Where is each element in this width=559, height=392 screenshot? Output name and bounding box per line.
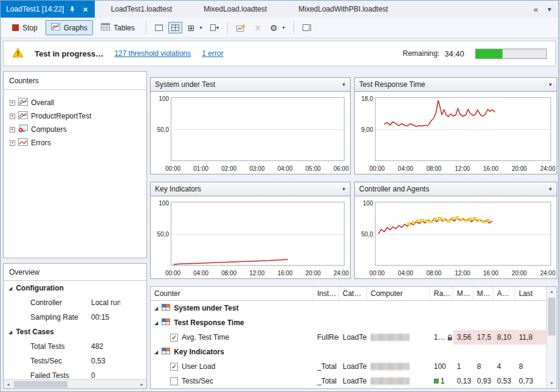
tree-item-overall[interactable]: + Overall [4, 96, 146, 109]
chevron-down-icon[interactable]: ▾ [549, 81, 557, 88]
graph-selector[interactable]: Test Response Time ▾ [355, 78, 557, 92]
scroll-up-icon[interactable]: ▲ [547, 287, 557, 297]
scrollbar-thumb[interactable] [548, 298, 555, 335]
tab-mixedload-file[interactable]: MixedLoad.loadtest [188, 1, 283, 18]
panel-grid-dropdown-button[interactable]: ⊞ ▾ [185, 21, 205, 35]
column-header-min[interactable]: M… [453, 287, 473, 300]
overview-group-test-cases[interactable]: ◢ Test Cases [4, 325, 146, 339]
single-panel-layout-button[interactable] [152, 22, 166, 33]
overview-row-controller[interactable]: Controller Local run [4, 295, 146, 310]
expand-icon[interactable]: + [10, 114, 15, 119]
scroll-right-icon[interactable]: ► [137, 382, 146, 387]
expanded-icon[interactable]: ◢ [154, 306, 158, 311]
expand-icon[interactable]: + [10, 127, 15, 132]
table-row-avg-test-time[interactable]: ✓ Avg. Test Time FullReq LoadTest 1… 3,5… [151, 330, 557, 345]
collapse-tabs-icon[interactable]: « [533, 5, 538, 14]
load-test-window: LoadTest1 [14:22] × LoadTest1.loadtest M… [0, 0, 559, 392]
scroll-left-icon[interactable]: ◄ [4, 382, 13, 387]
cell-instance: FullReq [314, 330, 339, 345]
tree-item-errors[interactable]: + Errors [4, 136, 146, 150]
expanded-icon[interactable]: ◢ [9, 329, 12, 335]
column-header-range[interactable]: Ra… [430, 287, 453, 300]
panel-grid-icon: ⊞ [188, 24, 195, 32]
graph-selector[interactable]: Key Indicators ▾ [151, 182, 350, 196]
column-header-avg[interactable]: A… [493, 287, 515, 300]
close-icon[interactable]: × [81, 4, 89, 14]
redacted-computer-name [371, 377, 410, 385]
table-group-system-under-test[interactable]: ◢ System under Test [151, 301, 557, 315]
tab-loadtest1-running[interactable]: LoadTest1 [14:22] × [1, 1, 95, 18]
row-label: Total Tests [30, 342, 91, 351]
add-graph-icon [236, 24, 245, 32]
pin-icon[interactable] [68, 4, 77, 14]
column-header-instance[interactable]: Inst… [314, 287, 339, 300]
chevron-down-icon[interactable]: ▾ [342, 81, 350, 88]
column-header-category[interactable]: Cat… [339, 287, 367, 300]
expanded-icon[interactable]: ◢ [154, 320, 158, 326]
tab-mixedloadwithpbi-file[interactable]: MixedLoadWithPBI.loadtest [283, 1, 403, 18]
tables-view-button[interactable]: Tables [95, 20, 140, 35]
expand-icon[interactable]: + [10, 100, 15, 106]
horizontal-scrollbar[interactable]: ◄ ► [4, 379, 146, 388]
toggle-legend-button[interactable] [300, 22, 314, 33]
remove-graph-button[interactable]: ✕ [251, 21, 264, 35]
expand-icon[interactable]: + [10, 140, 15, 146]
table-row-user-load[interactable]: ✓ User Load _Total LoadTest 100 1 8 4 8 [151, 359, 557, 374]
graph-panel-test-response-time: Test Response Time ▾ 18,0 9,00 00:0004:0… [354, 77, 557, 174]
cell-avg: 8,10 [493, 330, 515, 345]
tab-list-dropdown-icon[interactable]: ▾ [547, 5, 551, 13]
x-axis-labels: 00:0004:0008:0012:0016:0020:0024:00 [165, 270, 349, 277]
graphs-view-button[interactable]: Graphs [46, 20, 93, 35]
overview-row-tests-per-sec[interactable]: Tests/Sec 0,53 [4, 354, 146, 368]
table-group-test-response-time[interactable]: ◢ Test Response Time [151, 315, 557, 330]
chevron-down-icon[interactable]: ▾ [549, 186, 557, 192]
column-header-max[interactable]: M… [473, 287, 493, 300]
scrollbar-thumb[interactable] [14, 381, 67, 388]
counter-checkbox[interactable]: ✓ [170, 363, 178, 371]
y-axis-label-top: 100 [152, 200, 169, 207]
move-graph-icon [210, 24, 219, 31]
counter-checkbox[interactable]: ✓ [170, 334, 178, 342]
y-axis-label-top: 100 [356, 200, 373, 207]
graph-selector[interactable]: Controller and Agents ▾ [355, 182, 557, 196]
row-label: Failed Tests [30, 371, 91, 380]
cell-avg: 0,53 [493, 374, 515, 388]
column-header-computer[interactable]: Computer [367, 287, 430, 300]
overview-row-sampling-rate[interactable]: Sampling Rate 00:15 [4, 310, 146, 325]
tree-item-productreporttest[interactable]: + ProductReportTest [4, 109, 146, 123]
vertical-scrollbar[interactable]: ▲ ▼ [546, 287, 557, 388]
plot-area [375, 97, 551, 161]
threshold-violations-link[interactable]: 127 threshold violations [114, 49, 191, 58]
counters-tree: + Overall + ProductReportTest + Computer… [4, 90, 146, 150]
test-status-bar: Test in progress… 127 threshold violatio… [3, 41, 556, 66]
move-graph-button[interactable] [207, 22, 222, 33]
graph-selector[interactable]: System under Test ▾ [151, 78, 350, 92]
chart-canvas [376, 98, 550, 160]
progress-fill [476, 49, 502, 58]
counters-panel: Counters + Overall + ProductReportTest +… [3, 71, 147, 258]
tab-overflow-controls: « ▾ [533, 1, 558, 18]
four-panel-layout-button[interactable] [168, 22, 182, 33]
add-graph-button[interactable] [233, 22, 249, 34]
column-header-counter[interactable]: Counter [151, 287, 314, 300]
stop-button[interactable]: Stop [7, 21, 43, 35]
tree-item-computers[interactable]: + Computers [4, 123, 146, 136]
chevron-down-icon[interactable]: ▾ [342, 186, 350, 192]
error-link[interactable]: 1 error [202, 49, 223, 58]
table-row-tests-per-sec[interactable]: Tests/Sec _Total LoadTest 1 0,13 0,93 0,… [151, 374, 557, 388]
settings-dropdown-button[interactable]: ⚙ ▾ [267, 21, 288, 35]
overview-group-configuration[interactable]: ◢ Configuration [4, 281, 146, 295]
overview-panel: Overview ◢ Configuration Controller Loca… [3, 263, 147, 389]
redacted-computer-name [371, 363, 410, 370]
expanded-icon[interactable]: ◢ [9, 286, 12, 291]
group-label: System under Test [174, 304, 238, 312]
tree-item-label: ProductReportTest [31, 112, 91, 120]
counter-checkbox[interactable] [170, 377, 178, 385]
table-group-key-indicators[interactable]: ◢ Key Indicators [151, 345, 557, 359]
cell-avg: 4 [493, 359, 515, 374]
tab-loadtest1-file[interactable]: LoadTest1.loadtest [95, 1, 188, 18]
counters-panel-title: Counters [4, 72, 146, 90]
overview-row-total-tests[interactable]: Total Tests 482 [4, 339, 146, 354]
scroll-down-icon[interactable]: ▼ [547, 379, 557, 388]
expanded-icon[interactable]: ◢ [154, 349, 158, 355]
